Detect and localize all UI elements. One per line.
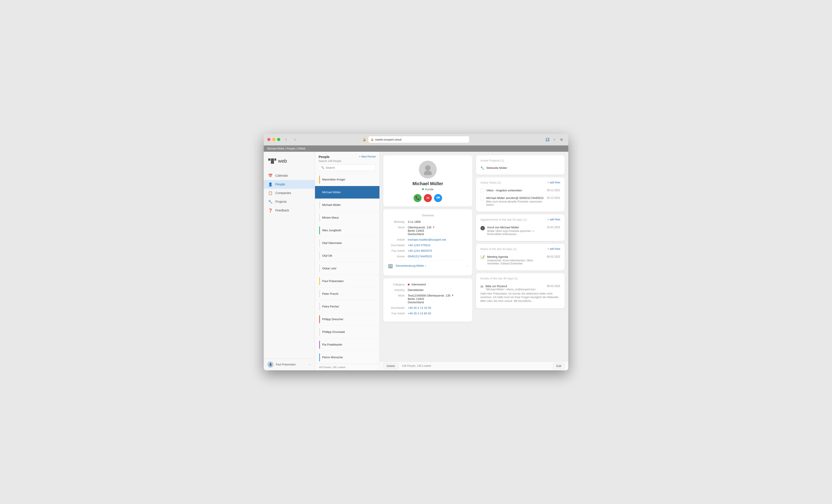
birthday-row: Birthday 3.11.1958	[388, 220, 468, 223]
right-panel: Active Projects (1) 🔧 Webseite Müller › …	[476, 155, 565, 358]
url-text: ioweb.iosxpert.cloud	[375, 138, 401, 141]
co-fax-row: Fax Arbeit +49 30 4 13 60 82	[388, 312, 468, 315]
note-icon: 📝	[480, 255, 485, 259]
share-button[interactable]: ⬆️	[544, 136, 550, 142]
add-note-button[interactable]: + add New	[547, 247, 560, 250]
appointments-header: Appointments of the last 30 days (1) + a…	[480, 218, 560, 221]
calendar-icon: 📅	[268, 174, 272, 178]
phone-row: Durchwahl +49 1234 575515	[388, 243, 468, 247]
titlebar: ‹ › 🔒 🔒 ioweb.iosxpert.cloud ⬆️ + ⊞	[264, 134, 568, 145]
overview-card: Overview Birthday 3.11.1958 Work Ollenha…	[383, 209, 472, 275]
list-item[interactable]: Pia Praktikantin	[315, 339, 380, 351]
co-work-label: Work	[388, 294, 408, 297]
edit-button[interactable]: Edit	[553, 363, 565, 369]
feedback-icon: ❓	[268, 208, 272, 213]
color-indicator	[319, 315, 320, 323]
call-button[interactable]: 📞	[414, 194, 422, 202]
emails-section: Emails of the last 30 days (1) ✉ Bitte u…	[476, 273, 565, 308]
list-item[interactable]: Philipp Drescher	[315, 313, 380, 326]
note-item: 📝 Meeting Agenda Anwesende: Anna Adminis…	[480, 253, 560, 267]
list-item[interactable]: Paul Präsentator	[315, 275, 380, 288]
sidebar-item-people[interactable]: 👤 People	[264, 180, 315, 189]
person-name: Pierre Wünsche	[322, 355, 343, 359]
grid-button[interactable]: ⊞	[558, 136, 565, 142]
sidebar-item-calendar[interactable]: 📅 Calendar	[264, 171, 315, 180]
search-input[interactable]	[326, 166, 373, 169]
color-indicator	[319, 201, 320, 209]
people-header-top: People + New Person	[318, 155, 376, 159]
note-content: Meeting Agenda Anwesende: Anna Administr…	[487, 255, 545, 265]
list-item[interactable]: Michael Müller	[315, 186, 380, 199]
home-phone-link[interactable]: 004915174445523	[408, 255, 432, 258]
email-row: Arbeit michael.mueller@iosxpert.net	[388, 238, 468, 241]
person-name: Miriam Maus	[322, 216, 339, 219]
email-link[interactable]: michael.mueller@iosxpert.net	[408, 238, 446, 241]
pin-icon: 📍	[432, 227, 435, 229]
fax-link[interactable]: +49 1234 9652575	[408, 249, 432, 253]
co-fax-link[interactable]: +49 30 4 13 60 82	[408, 312, 431, 315]
person-name: Phillipp Grunwald	[322, 330, 345, 334]
active-tasks-title: Active Tasks (2)	[480, 181, 501, 184]
list-item[interactable]: Phillipp Grunwald	[315, 326, 380, 339]
add-task-button[interactable]: + add New	[547, 181, 560, 184]
avatar-icon	[422, 164, 433, 175]
close-button[interactable]	[267, 138, 270, 141]
color-indicator	[319, 188, 320, 196]
sidebar-item-companies[interactable]: 📋 Companies	[264, 189, 315, 197]
pin-icon2: 📍	[451, 295, 454, 297]
project-item[interactable]: 🔧 Webseite Müller ›	[480, 165, 560, 171]
note-title: Meeting Agenda	[487, 255, 545, 259]
task-checkbox[interactable]	[480, 196, 484, 200]
person-name: Michael Müller	[322, 203, 341, 207]
list-item[interactable]: Maximilian Krüger	[315, 174, 380, 186]
sidebar-item-feedback[interactable]: ❓ Feedback	[264, 206, 315, 215]
user-name: Paul Präsentator	[276, 363, 306, 366]
list-item[interactable]: Miriam Maus	[315, 211, 380, 224]
person-name: Philipp Drescher	[322, 318, 343, 321]
delete-button[interactable]: Delete	[383, 363, 398, 369]
task-checkbox[interactable]	[480, 189, 484, 192]
project-icon: 🔧	[480, 166, 484, 170]
url-bar[interactable]: 🔒 ioweb.iosxpert.cloud	[368, 136, 469, 143]
person-name: Maximilian Krüger	[322, 178, 345, 181]
notes-header: Notes of the last 30 days (1) + add New	[480, 247, 560, 251]
svg-rect-2	[275, 158, 276, 161]
sidebar-footer: 👤 Paul Präsentator →	[264, 359, 315, 370]
email-title: Bitte um Rückruf	[486, 285, 545, 288]
list-item[interactable]: Petra Pecher	[315, 300, 380, 313]
list-item[interactable]: Olaf Obermeier	[315, 237, 380, 249]
task-date: 28.12.2021	[547, 189, 560, 192]
forward-button[interactable]: ›	[292, 136, 298, 142]
map-button[interactable]: 🗺	[434, 194, 442, 202]
add-appointment-button[interactable]: + add New	[547, 218, 560, 221]
co-durchwahl-link[interactable]: +49 30 4 13 10 05	[408, 306, 431, 310]
list-item[interactable]: Olaf Ott	[315, 249, 380, 262]
co-work-address: Test12345656 Ollenhauerstr. 135 📍Berlin …	[408, 294, 468, 304]
people-icon: 👤	[268, 182, 272, 186]
new-person-button[interactable]: + New Person	[359, 155, 376, 158]
list-item[interactable]: Michael Müller	[315, 199, 380, 211]
list-item[interactable]: Niko Jungbluth	[315, 224, 380, 237]
email-from: "Michael Müller" <demo_en@iosxpert.biz>	[486, 288, 545, 291]
minimize-button[interactable]	[272, 138, 275, 141]
add-tab-button[interactable]: +	[551, 136, 557, 142]
active-tasks-header: Active Tasks (2) + add New	[480, 181, 560, 184]
back-button[interactable]: ‹	[283, 136, 289, 142]
logout-icon[interactable]: →	[308, 363, 311, 366]
chevron-right-icon: ›	[467, 264, 468, 268]
list-item[interactable]: Oskar Lehr	[315, 262, 380, 275]
traffic-lights	[267, 138, 280, 141]
sidebar-item-projects[interactable]: 🔧 Projects	[264, 197, 315, 206]
people-count: Search 148 People	[318, 160, 376, 163]
phone-link[interactable]: +49 1234 575515	[408, 243, 431, 247]
email-button[interactable]: ✉	[424, 194, 432, 202]
home-row: Home 004915174445523	[388, 255, 468, 258]
color-indicator	[319, 264, 320, 272]
list-item[interactable]: Pierre Wünsche	[315, 351, 380, 364]
company-row[interactable]: 🏢 Steuerberatung Müller › ›	[388, 260, 468, 271]
bottom-bar: Delete 148 People, 148 Loaded Edit	[380, 362, 568, 370]
list-item[interactable]: Peter Precht	[315, 288, 380, 300]
logo: web	[264, 152, 315, 169]
work-address: Ollenhauerstr. 135 📍Berlin 13403Deutschl…	[408, 226, 468, 236]
maximize-button[interactable]	[277, 138, 280, 141]
